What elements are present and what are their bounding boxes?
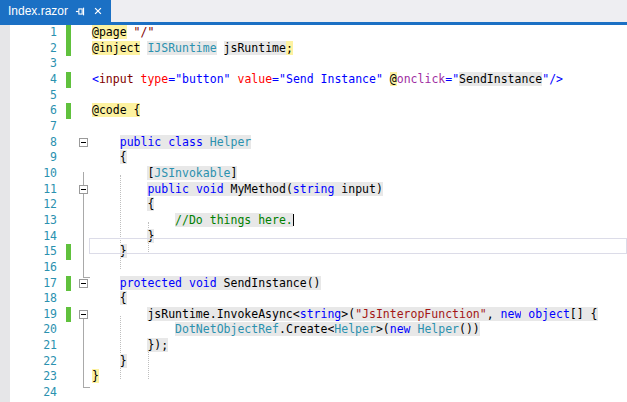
editor-line: 6@code { bbox=[0, 103, 627, 119]
editor-line: 4<input type="button" value="Send Instan… bbox=[0, 72, 627, 88]
line-number: 11 bbox=[10, 182, 57, 198]
fold-collapse-button[interactable] bbox=[79, 310, 88, 319]
editor-line: 2@inject IJSRuntime jsRuntime; bbox=[0, 41, 627, 57]
line-number: 19 bbox=[10, 307, 57, 323]
line-number: 23 bbox=[10, 369, 57, 385]
code-lines: 1@page "/"2@inject IJSRuntime jsRuntime;… bbox=[0, 25, 627, 401]
code-text[interactable]: <input type="button" value="Send Instanc… bbox=[92, 72, 563, 88]
tab-index-razor[interactable]: Index.razor bbox=[0, 0, 111, 22]
code-text[interactable]: { bbox=[92, 197, 154, 213]
editor-line: 15 } bbox=[0, 244, 627, 260]
editor-line: 16 bbox=[0, 260, 627, 276]
code-text[interactable]: } bbox=[92, 244, 127, 260]
editor-line: 18 { bbox=[0, 291, 627, 307]
line-number: 18 bbox=[10, 291, 57, 307]
code-text[interactable]: protected void SendInstance() bbox=[92, 276, 321, 292]
close-tab-button[interactable] bbox=[93, 6, 103, 16]
editor-line: 21 }); bbox=[0, 338, 627, 354]
line-number: 5 bbox=[10, 88, 57, 104]
line-number: 13 bbox=[10, 213, 57, 229]
change-tracking-bar bbox=[66, 41, 71, 57]
line-number: 24 bbox=[10, 385, 57, 401]
change-tracking-bar bbox=[66, 103, 71, 119]
code-text[interactable]: @inject IJSRuntime jsRuntime; bbox=[92, 41, 293, 57]
line-number: 6 bbox=[10, 103, 57, 119]
line-number: 17 bbox=[10, 276, 57, 292]
line-number: 15 bbox=[10, 244, 57, 260]
code-text[interactable]: [JSInvokable] bbox=[92, 166, 237, 182]
code-text[interactable]: } bbox=[92, 369, 99, 385]
editor-line: 24 bbox=[0, 385, 627, 401]
editor-line: 8 public class Helper bbox=[0, 135, 627, 151]
line-number: 3 bbox=[10, 56, 57, 72]
editor-line: 9 { bbox=[0, 150, 627, 166]
code-text[interactable]: @code { bbox=[92, 103, 140, 119]
editor-line: 13 //Do things here. bbox=[0, 213, 627, 229]
pin-icon bbox=[75, 6, 86, 17]
line-number: 16 bbox=[10, 260, 57, 276]
tab-title: Index.razor bbox=[8, 4, 68, 18]
line-number: 9 bbox=[10, 150, 57, 166]
code-text[interactable]: //Do things here. bbox=[92, 213, 294, 229]
editor-line: 20 DotNetObjectRef.Create<Helper>(new He… bbox=[0, 322, 627, 338]
code-text[interactable]: @page "/" bbox=[92, 25, 154, 41]
change-tracking-bar bbox=[66, 276, 71, 292]
editor-line: 12 { bbox=[0, 197, 627, 213]
fold-collapse-button[interactable] bbox=[79, 279, 88, 288]
line-number: 1 bbox=[10, 25, 57, 41]
fold-collapse-button[interactable] bbox=[79, 185, 88, 194]
code-text[interactable]: DotNetObjectRef.Create<Helper>(new Helpe… bbox=[92, 322, 480, 338]
line-number: 10 bbox=[10, 166, 57, 182]
editor-line: 1@page "/" bbox=[0, 25, 627, 41]
editor-line: 17 protected void SendInstance() bbox=[0, 276, 627, 292]
line-number: 20 bbox=[10, 322, 57, 338]
pin-button[interactable] bbox=[75, 6, 86, 17]
code-text[interactable]: } bbox=[92, 229, 154, 245]
vs-editor-window: Index.razor 1@p bbox=[0, 0, 627, 402]
tab-strip: Index.razor bbox=[0, 0, 627, 22]
editor-line: 11 public void MyMethod(string input) bbox=[0, 182, 627, 198]
fold-collapse-button[interactable] bbox=[79, 138, 88, 147]
code-text[interactable]: public class Helper bbox=[92, 135, 251, 151]
editor-line: 14 } bbox=[0, 229, 627, 245]
code-text[interactable]: public void MyMethod(string input) bbox=[92, 182, 383, 198]
line-number: 12 bbox=[10, 197, 57, 213]
editor-line: 3 bbox=[0, 56, 627, 72]
code-text[interactable]: jsRuntime.InvokeAsync<string>("JsInterop… bbox=[92, 307, 598, 323]
editor-line: 5 bbox=[0, 88, 627, 104]
editor-line: 10 [JSInvokable] bbox=[0, 166, 627, 182]
line-number: 2 bbox=[10, 41, 57, 57]
change-tracking-bar bbox=[66, 72, 71, 88]
change-tracking-bar bbox=[66, 307, 71, 323]
editor-line: 19 jsRuntime.InvokeAsync<string>("JsInte… bbox=[0, 307, 627, 323]
line-number: 14 bbox=[10, 229, 57, 245]
editor-line: 7 bbox=[0, 119, 627, 135]
code-text[interactable]: { bbox=[92, 291, 127, 307]
code-text[interactable]: { bbox=[92, 150, 127, 166]
line-number: 4 bbox=[10, 72, 57, 88]
editor-line: 22 } bbox=[0, 354, 627, 370]
line-number: 22 bbox=[10, 354, 57, 370]
code-text[interactable]: } bbox=[92, 354, 127, 370]
line-number: 7 bbox=[10, 119, 57, 135]
change-tracking-bar bbox=[66, 244, 71, 260]
text-caret bbox=[293, 214, 294, 226]
code-editor-surface[interactable]: 1@page "/"2@inject IJSRuntime jsRuntime;… bbox=[0, 25, 627, 402]
change-tracking-bar bbox=[66, 25, 71, 41]
code-text[interactable]: }); bbox=[92, 338, 168, 354]
line-number: 8 bbox=[10, 135, 57, 151]
close-icon bbox=[93, 6, 103, 16]
line-number: 21 bbox=[10, 338, 57, 354]
editor-line: 23} bbox=[0, 369, 627, 385]
